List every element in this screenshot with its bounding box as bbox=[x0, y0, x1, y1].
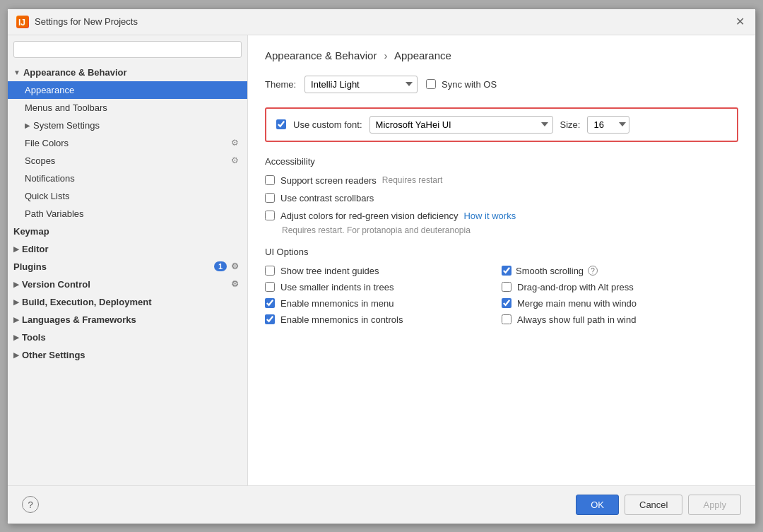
sidebar-item-scopes[interactable]: Scopes ⚙ bbox=[8, 152, 247, 170]
main-content: Appearance & Behavior › Appearance Theme… bbox=[248, 35, 755, 485]
info-icon[interactable]: ? bbox=[588, 266, 598, 276]
sidebar-item-quick-lists[interactable]: Quick Lists bbox=[8, 187, 247, 205]
theme-select[interactable]: IntelliJ Light Darcula High Contrast bbox=[304, 76, 418, 93]
app-icon: IJ bbox=[16, 16, 29, 28]
sync-with-os-checkbox[interactable] bbox=[426, 79, 436, 89]
adjust-colors-checkbox[interactable] bbox=[265, 211, 275, 220]
enable-mnemonics-controls-row: Enable mnemonics in controls bbox=[265, 314, 502, 325]
ui-options-section-title: UI Options bbox=[265, 247, 738, 257]
sidebar: ▼ Appearance & Behavior Appearance Menus… bbox=[8, 35, 248, 485]
sidebar-item-label: Other Settings bbox=[22, 350, 85, 360]
smaller-indents-row: Use smaller indents in trees bbox=[265, 282, 502, 292]
breadcrumb: Appearance & Behavior › Appearance bbox=[265, 49, 738, 61]
settings-dialog: IJ Settings for New Projects ✕ ▼ Appeara… bbox=[7, 8, 756, 524]
sidebar-item-appearance[interactable]: Appearance bbox=[8, 81, 247, 99]
always-show-full-path-row: Always show full path in wind bbox=[502, 314, 738, 325]
enable-mnemonics-menu-checkbox[interactable] bbox=[265, 298, 275, 308]
sidebar-item-languages-frameworks[interactable]: ▶ Languages & Frameworks bbox=[8, 311, 247, 329]
sidebar-item-notifications[interactable]: Notifications bbox=[8, 170, 247, 187]
drag-drop-alt-checkbox[interactable] bbox=[502, 282, 511, 292]
support-screen-readers-row: Support screen readers Requires restart bbox=[265, 175, 738, 186]
contrast-scrollbars-label: Use contrast scrollbars bbox=[280, 193, 374, 203]
support-screen-readers-label: Support screen readers bbox=[280, 175, 377, 186]
font-select[interactable]: Microsoft YaHei UI Arial Segoe UI Consol… bbox=[369, 116, 553, 134]
sidebar-item-system-settings[interactable]: ▶ System Settings bbox=[8, 117, 247, 134]
sidebar-item-menus-toolbars[interactable]: Menus and Toolbars bbox=[8, 99, 247, 117]
chevron-right-icon: ▶ bbox=[13, 280, 19, 288]
always-show-full-path-checkbox[interactable] bbox=[502, 314, 511, 324]
enable-mnemonics-controls-checkbox[interactable] bbox=[265, 314, 275, 324]
ui-options-grid: Show tree indent guides Smooth scrolling… bbox=[265, 266, 738, 331]
sidebar-item-label: Keymap bbox=[13, 226, 49, 237]
smaller-indents-checkbox[interactable] bbox=[265, 282, 275, 292]
drag-drop-alt-label: Drag-and-drop with Alt press bbox=[517, 282, 634, 292]
footer: ? OK Cancel Apply bbox=[8, 485, 755, 524]
show-tree-indent-checkbox[interactable] bbox=[265, 266, 275, 276]
sidebar-item-label: Appearance bbox=[25, 85, 74, 95]
dialog-body: ▼ Appearance & Behavior Appearance Menus… bbox=[8, 35, 755, 485]
close-button[interactable]: ✕ bbox=[733, 15, 747, 29]
support-screen-readers-hint: Requires restart bbox=[382, 175, 442, 185]
sidebar-item-label: Quick Lists bbox=[25, 191, 70, 201]
drag-drop-alt-row: Drag-and-drop with Alt press bbox=[502, 282, 738, 292]
sidebar-item-keymap[interactable]: Keymap bbox=[8, 223, 247, 240]
chevron-right-icon: ▶ bbox=[25, 122, 30, 129]
smooth-scrolling-checkbox[interactable] bbox=[502, 266, 511, 276]
sidebar-item-file-colors[interactable]: File Colors ⚙ bbox=[8, 134, 247, 152]
accessibility-section-title: Accessibility bbox=[265, 156, 738, 167]
restart-note: Requires restart. For protanopia and deu… bbox=[282, 225, 738, 235]
sidebar-item-label: Editor bbox=[22, 244, 49, 254]
title-bar-left: IJ Settings for New Projects bbox=[16, 16, 138, 28]
footer-buttons: OK Cancel Apply bbox=[576, 495, 741, 515]
merge-main-menu-row: Merge main menu with windo bbox=[502, 298, 738, 309]
search-input[interactable] bbox=[13, 41, 242, 58]
theme-label: Theme: bbox=[265, 79, 296, 90]
settings-icon: ⚙ bbox=[231, 261, 239, 271]
sidebar-item-path-variables[interactable]: Path Variables bbox=[8, 205, 247, 223]
sidebar-item-build-execution[interactable]: ▶ Build, Execution, Deployment bbox=[8, 293, 247, 311]
dialog-title: Settings for New Projects bbox=[35, 16, 138, 27]
sidebar-item-label: Version Control bbox=[22, 279, 90, 290]
sidebar-item-tools[interactable]: ▶ Tools bbox=[8, 329, 247, 346]
settings-icon: ⚙ bbox=[231, 138, 239, 148]
smooth-scrolling-row: Smooth scrolling ? bbox=[502, 266, 738, 276]
how-it-works-link[interactable]: How it works bbox=[463, 211, 516, 221]
sidebar-item-label: File Colors bbox=[25, 138, 69, 148]
sidebar-item-label: System Settings bbox=[33, 120, 100, 131]
support-screen-readers-checkbox[interactable] bbox=[265, 175, 275, 185]
contrast-scrollbars-checkbox[interactable] bbox=[265, 193, 275, 203]
title-bar: IJ Settings for New Projects ✕ bbox=[8, 9, 755, 35]
sidebar-item-plugins[interactable]: Plugins 1 ⚙ bbox=[8, 258, 247, 276]
breadcrumb-current: Appearance bbox=[394, 49, 451, 61]
contrast-scrollbars-row: Use contrast scrollbars bbox=[265, 193, 738, 203]
size-select[interactable]: 10111213 14151617 18202224 bbox=[587, 116, 629, 134]
show-tree-indent-label: Show tree indent guides bbox=[280, 266, 379, 276]
enable-mnemonics-menu-label: Enable mnemonics in menu bbox=[280, 298, 394, 309]
custom-font-box: Use custom font: Microsoft YaHei UI Aria… bbox=[265, 107, 738, 142]
sidebar-item-version-control[interactable]: ▶ Version Control ⚙ bbox=[8, 276, 247, 293]
chevron-right-icon: ▶ bbox=[13, 316, 19, 324]
chevron-right-icon: ▶ bbox=[13, 298, 19, 306]
plugins-badge: 1 bbox=[214, 261, 227, 271]
enable-mnemonics-controls-label: Enable mnemonics in controls bbox=[280, 314, 403, 325]
sidebar-item-appearance-behavior[interactable]: ▼ Appearance & Behavior bbox=[8, 64, 247, 81]
merge-main-menu-checkbox[interactable] bbox=[502, 298, 511, 308]
sidebar-item-other-settings[interactable]: ▶ Other Settings bbox=[8, 346, 247, 364]
sync-with-os-label: Sync with OS bbox=[442, 79, 497, 90]
adjust-colors-row: Adjust colors for red-green vision defic… bbox=[265, 211, 738, 221]
sidebar-item-label: Languages & Frameworks bbox=[22, 314, 136, 325]
adjust-colors-label: Adjust colors for red-green vision defic… bbox=[280, 211, 458, 221]
show-tree-indent-row: Show tree indent guides bbox=[265, 266, 502, 276]
sidebar-item-editor[interactable]: ▶ Editor bbox=[8, 240, 247, 258]
cancel-button[interactable]: Cancel bbox=[625, 495, 682, 515]
sync-row: Sync with OS bbox=[426, 79, 497, 90]
sidebar-item-label: Path Variables bbox=[25, 208, 84, 219]
breadcrumb-separator: › bbox=[384, 49, 388, 61]
ok-button[interactable]: OK bbox=[576, 495, 619, 515]
chevron-right-icon: ▶ bbox=[13, 245, 19, 253]
sidebar-item-label: Scopes bbox=[25, 155, 55, 166]
custom-font-checkbox[interactable] bbox=[276, 119, 286, 129]
chevron-right-icon: ▶ bbox=[13, 351, 19, 359]
help-button[interactable]: ? bbox=[22, 496, 39, 513]
apply-button[interactable]: Apply bbox=[688, 495, 741, 515]
